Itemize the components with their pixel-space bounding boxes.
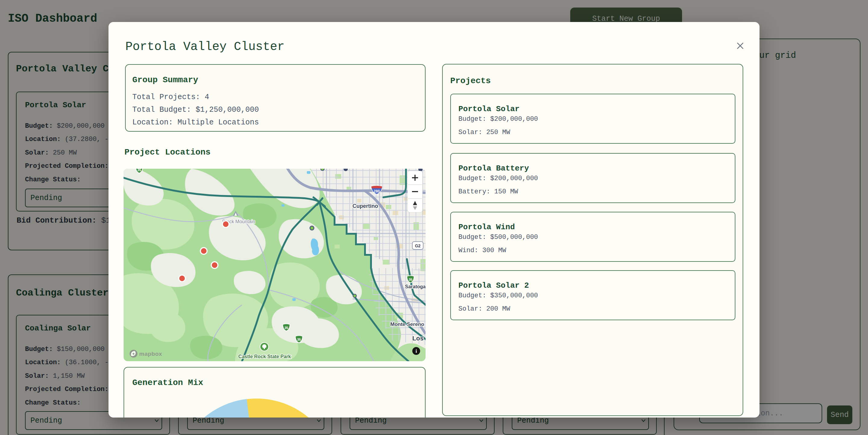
svg-text:Cupertino: Cupertino — [352, 203, 378, 209]
svg-text:Los: Los — [412, 335, 424, 342]
svg-text:i: i — [415, 348, 417, 354]
svg-text:35: 35 — [297, 338, 301, 341]
svg-text:G2: G2 — [415, 243, 421, 248]
svg-text:Saratoga: Saratoga — [405, 284, 426, 289]
svg-text:mapbox: mapbox — [139, 350, 162, 357]
svg-text:280: 280 — [374, 189, 380, 193]
svg-text:35: 35 — [284, 326, 288, 330]
svg-text:Monte Sereno: Monte Sereno — [390, 322, 424, 327]
svg-text:Castle Rock State Park: Castle Rock State Park — [239, 354, 291, 359]
svg-text:35: 35 — [409, 278, 412, 281]
svg-text:35: 35 — [137, 169, 141, 172]
